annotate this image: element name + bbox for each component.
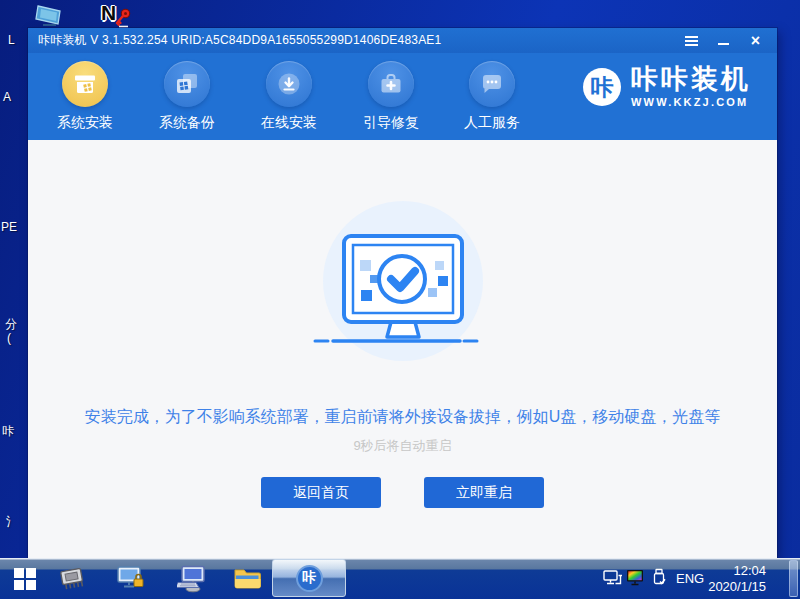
- tray-date: 2020/1/15: [708, 579, 766, 595]
- online-download-icon: [266, 61, 312, 107]
- desktop-screen: N L A PE 分 ( 咔 氵 咔咔装机 V 3.1.532.254 URID…: [0, 0, 800, 599]
- brand-logo: 咔 咔咔装机 WWW.KKZJ.COM: [583, 66, 751, 108]
- windows-logo-icon: [13, 567, 37, 591]
- red-key-icon: [113, 8, 133, 28]
- nav-label: 系统备份: [141, 114, 233, 132]
- boot-repair-toolbox-icon: [368, 61, 414, 107]
- nav-label: 人工服务: [446, 114, 538, 132]
- close-icon[interactable]: ×: [748, 33, 763, 48]
- taskbar-folder-icon[interactable]: [233, 567, 261, 595]
- nav-item-online-install[interactable]: 在线安装: [243, 61, 335, 132]
- tray-display-color-icon[interactable]: [626, 569, 646, 590]
- nav-item-system-backup[interactable]: 系统备份: [141, 61, 233, 132]
- backup-copy-icon: [164, 61, 210, 107]
- install-complete-message: 安装完成，为了不影响系统部署，重启前请将外接设备拔掉，例如U盘，移动硬盘，光盘等: [28, 407, 777, 428]
- nav-item-boot-repair[interactable]: 引导修复: [345, 61, 437, 132]
- menu-icon[interactable]: [684, 33, 699, 48]
- minimize-icon[interactable]: [716, 33, 731, 48]
- desktop-icon-label-fragment: PE: [1, 220, 17, 234]
- tray-language-indicator[interactable]: ENG: [676, 558, 704, 599]
- taskbar-pc-lock-icon[interactable]: [116, 565, 146, 597]
- tray-usb-safe-remove-icon[interactable]: [651, 568, 667, 591]
- restart-now-button[interactable]: 立即重启: [424, 477, 544, 508]
- titlebar[interactable]: 咔咔装机 V 3.1.532.254 URID:A5C84DD9A1655055…: [28, 28, 777, 53]
- restart-countdown: 9秒后将自动重启: [28, 437, 777, 455]
- desktop-n-key-icon[interactable]: N: [101, 2, 137, 30]
- desktop-icon-label-fragment: A: [3, 90, 11, 104]
- nav-bar: 系统安装 系统备份: [28, 53, 777, 140]
- nav-label: 在线安装: [243, 114, 335, 132]
- content-area: 安装完成，为了不影响系统部署，重启前请将外接设备拔掉，例如U盘，移动硬盘，光盘等…: [28, 140, 777, 558]
- taskbar: 咔: [0, 558, 800, 599]
- window-controls: ×: [684, 33, 763, 48]
- desktop-icon-label-fragment: 咔: [2, 423, 14, 440]
- support-chat-icon: [469, 61, 515, 107]
- taskbar-pc-keyboard-icon[interactable]: [177, 565, 207, 597]
- nav-label: 系统安装: [39, 114, 131, 132]
- tray-time: 12:04: [733, 563, 766, 579]
- install-package-icon: [62, 61, 108, 107]
- back-home-button[interactable]: 返回首页: [261, 477, 381, 508]
- nav-item-support[interactable]: 人工服务: [446, 61, 538, 132]
- tray-network-icon[interactable]: [603, 570, 623, 591]
- nav-label: 引导修复: [345, 114, 437, 132]
- brand-url: WWW.KKZJ.COM: [631, 96, 751, 108]
- taskbar-kaka-installer-button[interactable]: 咔: [272, 559, 346, 597]
- installer-window: 咔咔装机 V 3.1.532.254 URID:A5C84DD9A1655055…: [28, 28, 777, 558]
- window-title: 咔咔装机 V 3.1.532.254 URID:A5C84DD9A1655055…: [38, 32, 684, 49]
- desktop-icon-label-fragment: (: [7, 331, 11, 345]
- kaka-logo-icon: 咔: [296, 565, 323, 592]
- kaka-logo-icon: 咔: [583, 68, 621, 106]
- button-row: 返回首页 立即重启: [28, 477, 777, 508]
- desktop-icon-label-fragment: L: [8, 33, 15, 47]
- brand-name: 咔咔装机: [631, 66, 751, 93]
- taskbar-cpu-chip-icon[interactable]: [57, 566, 87, 596]
- desktop-icon-label-fragment: 氵: [6, 514, 18, 531]
- start-button[interactable]: [13, 567, 37, 595]
- show-desktop-button[interactable]: [789, 560, 798, 597]
- success-monitor-illustration: [303, 193, 503, 363]
- tray-clock[interactable]: 12:04 2020/1/15: [708, 558, 766, 599]
- nav-item-system-install[interactable]: 系统安装: [39, 61, 131, 132]
